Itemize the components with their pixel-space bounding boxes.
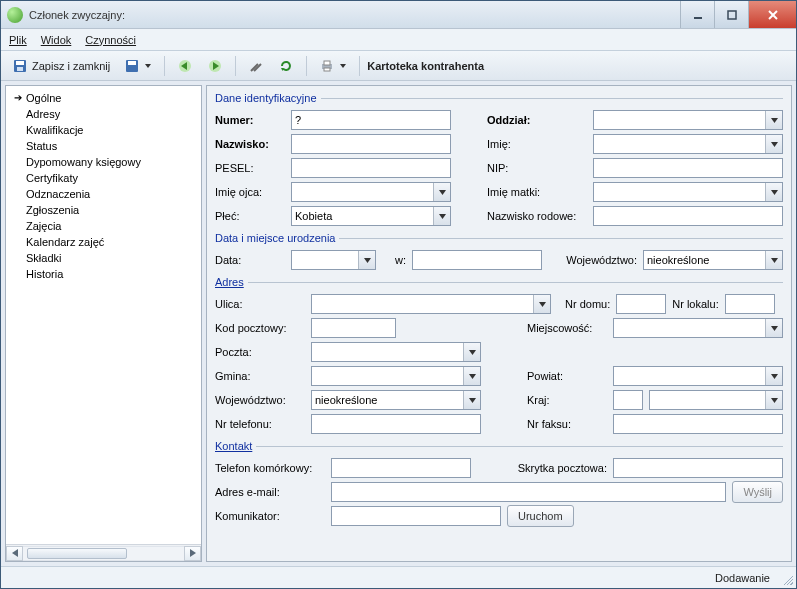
close-button[interactable] — [748, 1, 796, 28]
separator — [164, 56, 165, 76]
side-scrollbar[interactable] — [6, 544, 201, 561]
house-no-field[interactable] — [616, 294, 666, 314]
chevron-down-icon[interactable] — [533, 295, 550, 313]
surname-field[interactable] — [291, 134, 451, 154]
commune-combo[interactable] — [311, 366, 481, 386]
birth-date-combo[interactable] — [291, 250, 376, 270]
father-name-combo[interactable] — [291, 182, 451, 202]
chevron-down-icon[interactable] — [765, 391, 782, 409]
svg-rect-18 — [324, 61, 330, 65]
label-commune: Gmina: — [215, 370, 305, 382]
sidebar-item-history[interactable]: ➔Historia — [14, 266, 201, 282]
email-field[interactable] — [331, 482, 726, 502]
city-combo[interactable] — [613, 318, 783, 338]
chevron-down-icon[interactable] — [433, 207, 450, 225]
menu-view[interactable]: Widok — [41, 34, 72, 46]
sidebar-item-qualifications[interactable]: ➔Kwalifikacje — [14, 122, 201, 138]
nav-forward-button[interactable] — [202, 55, 228, 77]
send-email-button[interactable]: Wyślij — [732, 481, 783, 503]
svg-marker-33 — [469, 374, 476, 379]
sidebar-item-diploma[interactable]: ➔Dypomowany księgowy — [14, 154, 201, 170]
group-contact-legend[interactable]: Kontakt — [215, 440, 256, 452]
number-field[interactable] — [291, 110, 451, 130]
chevron-down-icon[interactable] — [765, 111, 782, 129]
sidebar-item-calendar[interactable]: ➔Kalendarz zajęć — [14, 234, 201, 250]
maiden-name-field[interactable] — [593, 206, 783, 226]
refresh-icon — [278, 58, 294, 74]
sidebar-item-fees[interactable]: ➔Składki — [14, 250, 201, 266]
street-combo[interactable] — [311, 294, 551, 314]
voivodeship-birth-combo[interactable] — [643, 250, 783, 270]
scroll-right-icon[interactable] — [184, 546, 201, 561]
chevron-down-icon[interactable] — [765, 251, 782, 269]
tools-icon — [248, 58, 264, 74]
chevron-down-icon[interactable] — [433, 183, 450, 201]
nip-field[interactable] — [593, 158, 783, 178]
svg-marker-35 — [469, 398, 476, 403]
birth-place-field[interactable] — [412, 250, 542, 270]
chevron-down-icon[interactable] — [463, 367, 480, 385]
pesel-field[interactable] — [291, 158, 451, 178]
county-combo[interactable] — [613, 366, 783, 386]
postal-code-field[interactable] — [311, 318, 396, 338]
svg-marker-9 — [145, 64, 151, 68]
chevron-down-icon[interactable] — [765, 319, 782, 337]
scroll-left-icon[interactable] — [6, 546, 23, 561]
sidebar-item-status[interactable]: ➔Status — [14, 138, 201, 154]
branch-combo[interactable] — [593, 110, 783, 130]
print-button[interactable] — [314, 55, 352, 77]
sidebar-item-addresses[interactable]: ➔Adresy — [14, 106, 201, 122]
label-date: Data: — [215, 254, 285, 266]
sidebar-item-certificates[interactable]: ➔Certyfikaty — [14, 170, 201, 186]
fax-field[interactable] — [613, 414, 783, 434]
minimize-button[interactable] — [680, 1, 714, 28]
apt-no-field[interactable] — [725, 294, 775, 314]
chevron-down-icon[interactable] — [358, 251, 375, 269]
svg-marker-20 — [340, 64, 346, 68]
group-address-legend[interactable]: Adres — [215, 276, 248, 288]
dropdown-icon[interactable] — [144, 64, 152, 68]
svg-marker-22 — [190, 549, 196, 557]
country-combo[interactable] — [649, 390, 783, 410]
menu-file[interactable]: Plik — [9, 34, 27, 46]
scroll-thumb[interactable] — [27, 548, 127, 559]
country-code-field[interactable] — [613, 390, 643, 410]
maximize-button[interactable] — [714, 1, 748, 28]
launch-messenger-button[interactable]: Uruchom — [507, 505, 574, 527]
tools-button[interactable] — [243, 55, 269, 77]
svg-rect-1 — [728, 11, 736, 19]
chevron-down-icon[interactable] — [765, 135, 782, 153]
nav-back-button[interactable] — [172, 55, 198, 77]
post-combo[interactable] — [311, 342, 481, 362]
resize-grip-icon[interactable] — [781, 573, 793, 585]
phone-field[interactable] — [311, 414, 481, 434]
messenger-field[interactable] — [331, 506, 501, 526]
menu-actions[interactable]: Czynności — [85, 34, 136, 46]
chevron-down-icon[interactable] — [463, 391, 480, 409]
chevron-down-icon[interactable] — [765, 367, 782, 385]
mother-name-combo[interactable] — [593, 182, 783, 202]
save-button[interactable] — [119, 55, 157, 77]
chevron-down-icon[interactable] — [463, 343, 480, 361]
toolbar-caption: Kartoteka kontrahenta — [367, 60, 484, 72]
firstname-combo[interactable] — [593, 134, 783, 154]
pobox-field[interactable] — [613, 458, 783, 478]
sidebar-item-applications[interactable]: ➔Zgłoszenia — [14, 202, 201, 218]
form-panel: Dane identyfikacyjne Numer: Oddział: Naz… — [206, 85, 792, 562]
mobile-field[interactable] — [331, 458, 471, 478]
svg-rect-19 — [324, 68, 330, 71]
chevron-down-icon[interactable] — [765, 183, 782, 201]
label-surname: Nazwisko: — [215, 138, 285, 150]
group-birth-legend: Data i miejsce urodzenia — [215, 232, 339, 244]
separator — [235, 56, 236, 76]
sidebar-item-decorations[interactable]: ➔Odznaczenia — [14, 186, 201, 202]
sidebar-item-general[interactable]: ➔Ogólne — [14, 90, 201, 106]
voivodeship-addr-combo[interactable] — [311, 390, 481, 410]
sex-combo[interactable] — [291, 206, 451, 226]
refresh-button[interactable] — [273, 55, 299, 77]
save-and-close-button[interactable]: Zapisz i zamknij — [7, 55, 115, 77]
sidebar-item-activities[interactable]: ➔Zajęcia — [14, 218, 201, 234]
dropdown-icon[interactable] — [339, 64, 347, 68]
scroll-track[interactable] — [23, 546, 184, 561]
titlebar: Członek zwyczajny: — [1, 1, 796, 29]
